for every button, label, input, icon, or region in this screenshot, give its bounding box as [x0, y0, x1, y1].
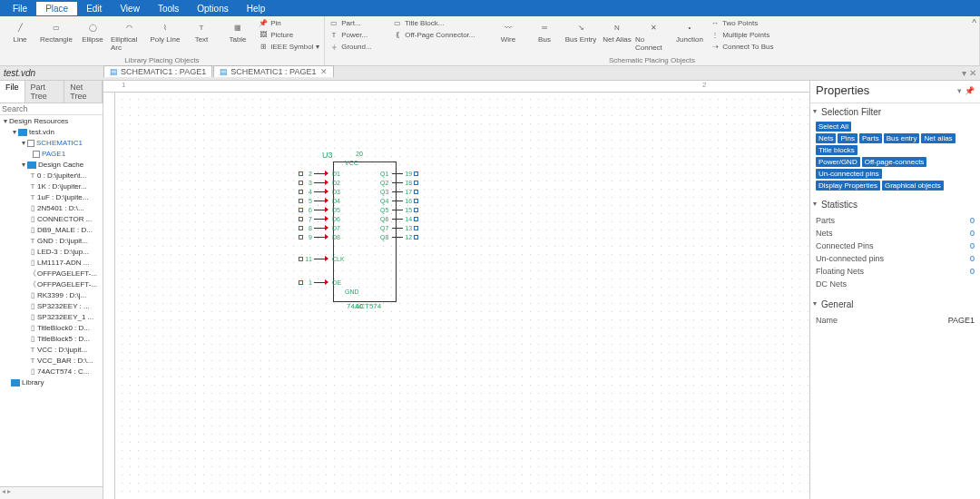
tree-cache-item[interactable]: ▯CONNECTOR ... — [2, 214, 103, 225]
filter-chip[interactable]: Graphical objects — [882, 181, 944, 191]
pin-right[interactable]: Q119 — [380, 169, 418, 178]
side-tab-nettree[interactable]: Net Tree — [64, 81, 103, 103]
tree-cache-item[interactable]: ▯RK3399 : D:\j... — [2, 290, 103, 301]
tree-cache-item[interactable]: ▯TitleBlock5 : D... — [2, 334, 103, 345]
polyline-button[interactable]: ⌇Poly Line — [147, 17, 183, 44]
ribbon-collapse-icon[interactable]: ^ — [972, 18, 976, 28]
filter-chip[interactable]: Title blocks — [816, 145, 858, 155]
tree-cache-item[interactable]: ▯SP3232EEY : ... — [2, 301, 103, 312]
pin-right[interactable]: Q614 — [380, 214, 418, 223]
pin-right[interactable]: Q515 — [380, 205, 418, 214]
pin-button[interactable]: 📌 Pin — [258, 19, 319, 29]
tree-cache-item[interactable]: T1uF : D:\jupite... — [2, 192, 103, 203]
pin-left[interactable]: 7D6 — [299, 214, 340, 223]
offpage-button[interactable]: ⟪ Off-Page Connector... — [392, 31, 488, 41]
close-icon[interactable]: ✕ — [320, 67, 328, 76]
left-panel-dropdown-icon[interactable]: ▾ ✕ — [962, 68, 976, 78]
tree-cache-item[interactable]: ▯TitleBlock0 : D... — [2, 323, 103, 334]
tree-cache-item[interactable]: ▯2N5401 : D:\... — [2, 203, 103, 214]
menu-file[interactable]: File — [4, 2, 36, 15]
section-statistics[interactable]: Statistics — [810, 196, 980, 212]
power-button[interactable]: T Power... — [328, 31, 388, 41]
junction-button[interactable]: •Junction — [671, 17, 708, 44]
tree-cache-item[interactable]: ▯74ACT574 : C... — [2, 367, 103, 377]
ellipse-button[interactable]: ◯Ellipse — [74, 17, 111, 44]
tree-cache-item[interactable]: 《OFFPAGELEFT-... — [2, 279, 103, 290]
filter-chip[interactable]: Select All — [816, 122, 851, 132]
twopoints-button[interactable]: ↔ Two Points — [710, 19, 788, 29]
filter-chip[interactable]: Net alias — [921, 133, 955, 143]
tree-cache-item[interactable]: ▯LED-3 : D:\jup... — [2, 247, 103, 258]
pin-right[interactable]: Q317 — [380, 187, 418, 196]
ground-icon: ⏚ — [328, 43, 339, 51]
filter-chip[interactable]: Bus entry — [884, 133, 920, 143]
pin-left[interactable]: 11CLK — [299, 254, 345, 263]
menu-help[interactable]: Help — [238, 2, 275, 15]
pin-right[interactable]: Q713 — [380, 223, 418, 232]
pin-right[interactable]: Q416 — [380, 196, 418, 205]
search-input[interactable] — [2, 104, 103, 113]
multipoints-button[interactable]: ⋮ Multiple Points — [710, 31, 788, 41]
netalias-button[interactable]: NNet Alias — [599, 17, 635, 44]
titleblock-button[interactable]: ▭ Title Block... — [392, 19, 488, 29]
pin-left[interactable]: 9D8 — [299, 232, 340, 241]
tree-cache-item[interactable]: TVCC : D:\jupit... — [2, 345, 103, 356]
tree[interactable]: ▾Design Resources ▾test.vdn ▾SCHEMATIC1 … — [0, 115, 103, 388]
table-button[interactable]: ▦Table — [220, 17, 256, 44]
filter-chip[interactable]: Un-connected pins — [816, 169, 882, 179]
power-icon: T — [328, 31, 339, 39]
side-tab-parttree[interactable]: Part Tree — [25, 81, 65, 103]
busentry-button[interactable]: ↘Bus Entry — [563, 17, 599, 44]
tree-cache-item[interactable]: TGND : D:\jupit... — [2, 236, 103, 247]
filter-chip[interactable]: Display Properties — [816, 181, 880, 191]
text-button[interactable]: TText — [183, 17, 220, 44]
arc-button[interactable]: ◠Elliptical Arc — [111, 17, 147, 52]
filter-chip[interactable]: Pins — [838, 133, 858, 143]
doc-tab-1[interactable]: ▤SCHEMATIC1 : PAGE1 — [103, 65, 212, 77]
wire-button[interactable]: 〰Wire — [490, 17, 526, 44]
bus-button[interactable]: ═Bus — [526, 17, 563, 44]
filter-chip[interactable]: Power/GND — [816, 157, 860, 167]
pin-left[interactable]: 5D4 — [299, 196, 340, 205]
menu-place[interactable]: Place — [36, 2, 77, 15]
pin-left[interactable]: 3D2 — [299, 178, 340, 187]
noconnect-icon: ✕ — [643, 19, 663, 35]
junction-icon: • — [680, 19, 700, 35]
section-general[interactable]: General — [810, 296, 980, 312]
tree-cache-item[interactable]: ▯SP3232EEY_1 ... — [2, 312, 103, 323]
connectbus-button[interactable]: ⇢ Connect To Bus — [710, 43, 788, 53]
tree-cache-item[interactable]: TVCC_BAR : D:\... — [2, 356, 103, 367]
filter-chip[interactable]: Off-page-connects — [862, 157, 927, 167]
tree-cache-item[interactable]: ▯DB9_MALE : D... — [2, 225, 103, 236]
filter-chip[interactable]: Parts — [859, 133, 882, 143]
menu-view[interactable]: View — [111, 2, 149, 15]
tree-cache-item[interactable]: T1K : D:\jupiter... — [2, 181, 103, 192]
canvas[interactable]: 1 2 U3 74ACT574 20 VCC GND 10 2D13D24D35… — [103, 81, 809, 499]
ieee-symbol-button[interactable]: ⊞ IEEE Symbol ▾ — [258, 43, 319, 53]
properties-menu-icon[interactable]: ▾ 📌 — [957, 86, 975, 95]
pin-right[interactable]: Q812 — [380, 232, 418, 241]
tree-cache-item[interactable]: T0 : D:\jupiter\t... — [2, 171, 103, 181]
doc-tab-2[interactable]: ▤SCHEMATIC1 : PAGE1✕ — [213, 65, 334, 77]
rectangle-button[interactable]: ▭Rectangle — [38, 17, 74, 44]
picture-button[interactable]: 🖼 Picture — [258, 31, 319, 41]
menu-tools[interactable]: Tools — [149, 2, 188, 15]
pin-left[interactable]: 1OE — [299, 278, 341, 287]
pin-left[interactable]: 2D1 — [299, 169, 340, 178]
tree-cache-item[interactable]: 《OFFPAGELEFT-... — [2, 269, 103, 279]
part-button[interactable]: ▭ Part... — [328, 19, 388, 29]
side-tab-file[interactable]: File — [0, 81, 25, 103]
noconnect-button[interactable]: ✕No Connect — [635, 17, 671, 52]
pin-right[interactable]: Q218 — [380, 178, 418, 187]
tree-cache-item[interactable]: ▯LM1117-ADN ... — [2, 258, 103, 269]
menu-edit[interactable]: Edit — [77, 2, 111, 15]
pin-left[interactable]: 4D3 — [299, 187, 340, 196]
pin-left[interactable]: 6D5 — [299, 205, 340, 214]
ground-button[interactable]: ⏚ Ground... — [328, 43, 388, 53]
doc-icon: ▤ — [220, 67, 228, 76]
menu-options[interactable]: Options — [188, 2, 237, 15]
pin-left[interactable]: 8D7 — [299, 223, 340, 232]
line-button[interactable]: ╱Line — [2, 17, 38, 44]
section-selection-filter[interactable]: Selection Filter — [810, 103, 980, 120]
filter-chip[interactable]: Nets — [816, 133, 836, 143]
